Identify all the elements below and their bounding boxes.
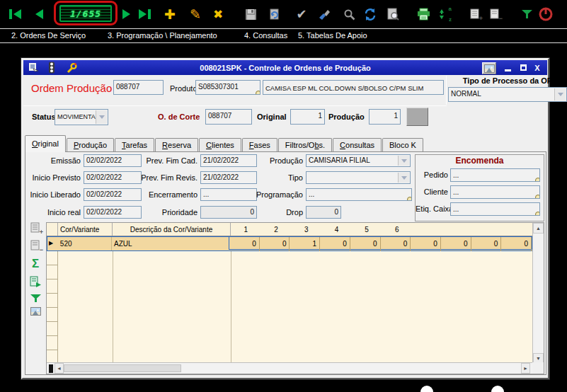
size-2-header[interactable]: 2: [261, 223, 292, 236]
tab-tarefas[interactable]: Tarefas: [115, 138, 154, 152]
grid-image-icon[interactable]: [28, 304, 43, 319]
size-4-header[interactable]: 4: [321, 223, 352, 236]
wrench-icon[interactable]: [64, 62, 79, 74]
chevron-down-icon[interactable]: [554, 88, 566, 100]
search-icon[interactable]: [340, 6, 357, 23]
produto-descricao-field[interactable]: CAMISA ESP ML COL.DOWN S/BOLSO C/PM SLIM: [263, 80, 444, 95]
last-record-icon[interactable]: [136, 6, 153, 23]
original-field[interactable]: 1: [290, 109, 325, 125]
hscroll-thumb[interactable]: [64, 364, 181, 372]
producao-dropdown[interactable]: CAMISARIA FILIAL: [306, 154, 411, 167]
lookup-magnifier-icon[interactable]: [256, 91, 260, 95]
ordem-producao-field[interactable]: 088707: [113, 80, 164, 95]
maximize-icon[interactable]: [516, 62, 530, 74]
tab-filtros-obs[interactable]: Filtros/Obs.: [278, 138, 332, 152]
tab-producao[interactable]: Produção: [67, 138, 114, 152]
menu-consultas[interactable]: 4. Consultas: [244, 31, 287, 40]
grid-horizontal-scrollbar[interactable]: ◄ ►: [47, 362, 533, 374]
chevron-down-icon[interactable]: [398, 156, 409, 166]
scroll-up-icon[interactable]: ▲: [533, 223, 544, 234]
tab-reserva[interactable]: Reserva: [155, 138, 198, 152]
window-titlebar[interactable]: 008021SPK - Controle de Ordens de Produç…: [23, 60, 547, 75]
cor-variante-header[interactable]: Cor/Variante: [58, 223, 113, 236]
descricao-header[interactable]: Descrição da Cor/Variante: [113, 223, 231, 236]
refresh-icon[interactable]: [362, 6, 379, 23]
produto-field[interactable]: S085307301: [195, 80, 260, 95]
edit-record-icon[interactable]: ✎: [187, 6, 204, 23]
qty-cell[interactable]: 0: [350, 237, 381, 252]
menu-ordens-servico[interactable]: 2. Ordens De Serviço: [11, 31, 86, 40]
renew-icon[interactable]: [266, 6, 283, 23]
grid-remove-line-icon[interactable]: −: [28, 238, 43, 253]
ordem-corte-field[interactable]: 088707: [205, 109, 252, 125]
qty-cell[interactable]: 0: [320, 237, 350, 252]
chevron-down-icon[interactable]: [398, 173, 409, 183]
size-6-header[interactable]: 6: [382, 223, 412, 236]
tab-fases[interactable]: Fases: [242, 138, 277, 152]
minimize-icon[interactable]: [500, 62, 515, 74]
qty-cell[interactable]: 0: [411, 237, 441, 252]
qty-cell[interactable]: 1: [290, 237, 320, 252]
status-gray-button[interactable]: [406, 108, 428, 126]
pedido-field[interactable]: ...: [450, 168, 540, 182]
qty-cell[interactable]: 0: [260, 237, 290, 252]
lookup-magnifier-icon[interactable]: [407, 197, 412, 201]
delete-record-icon[interactable]: ✖: [210, 6, 227, 23]
add-record-icon[interactable]: ✚: [161, 6, 178, 23]
sort-icon[interactable]: a z: [435, 6, 452, 23]
drop-field[interactable]: 0: [306, 206, 341, 219]
copy-document-icon[interactable]: [28, 274, 43, 289]
exit-icon[interactable]: [537, 6, 554, 23]
size-1-header[interactable]: 1: [231, 223, 261, 236]
menu-tabelas-apoio[interactable]: 5. Tabelas De Apoio: [298, 31, 367, 40]
scroll-right-icon[interactable]: ►: [521, 363, 530, 374]
lookup-magnifier-icon[interactable]: [535, 178, 540, 182]
grid-selected-row[interactable]: ▶ 520 AZUL 0 0 1 0 0 0 0 0 0: [47, 236, 533, 251]
traffic-light-icon[interactable]: [45, 62, 59, 74]
form-icon[interactable]: [26, 62, 40, 74]
close-icon[interactable]: X: [530, 62, 544, 74]
size-3-header[interactable]: 3: [291, 223, 321, 236]
tab-clientes[interactable]: Clientes: [199, 138, 241, 152]
cliente-field[interactable]: ...: [450, 185, 540, 199]
qty-cell[interactable]: 0: [229, 237, 260, 252]
tipo-processo-dropdown[interactable]: NORMAL: [448, 87, 567, 102]
programacao-field[interactable]: ...: [306, 188, 412, 201]
print-icon[interactable]: [415, 6, 432, 23]
lookup-magnifier-icon[interactable]: [535, 212, 540, 216]
tipo-dropdown[interactable]: [306, 171, 411, 184]
sum-icon[interactable]: Σ: [28, 256, 43, 272]
size-5-header[interactable]: 5: [352, 223, 382, 236]
qty-cell[interactable]: 0: [441, 237, 471, 252]
remove-line-icon[interactable]: −: [486, 6, 503, 23]
filter-icon[interactable]: [518, 6, 535, 23]
producao-count-field[interactable]: 1: [369, 109, 401, 125]
add-line-icon[interactable]: +: [466, 6, 483, 23]
next-record-icon[interactable]: [118, 6, 135, 23]
encomenda-title: Encomenda: [416, 156, 544, 166]
row-desc-cell[interactable]: AZUL: [112, 237, 229, 250]
tab-consultas[interactable]: Consultas: [333, 138, 382, 152]
qty-cell[interactable]: 0: [501, 237, 532, 252]
tab-bloco-k[interactable]: Bloco K: [382, 138, 423, 152]
grid-vertical-scrollbar[interactable]: ▲ ▼: [532, 223, 544, 364]
chevron-down-icon[interactable]: [96, 110, 107, 124]
etiq-caixa-field[interactable]: ...: [450, 202, 540, 216]
confirm-icon[interactable]: ✔: [293, 6, 310, 23]
grid-add-line-icon[interactable]: +: [28, 220, 43, 236]
clear-brush-icon[interactable]: [316, 6, 333, 23]
row-cor-cell[interactable]: 520: [58, 237, 112, 250]
menu-programacao[interactable]: 3. Programação \ Planejamento: [108, 31, 217, 40]
first-record-icon[interactable]: [7, 6, 24, 23]
qty-cell[interactable]: 0: [381, 237, 411, 252]
save-icon[interactable]: [242, 6, 259, 23]
header-separator: [23, 105, 447, 106]
scroll-left-icon[interactable]: ◄: [55, 363, 64, 374]
prev-record-icon[interactable]: [30, 6, 47, 23]
tab-original[interactable]: Original: [25, 135, 66, 152]
qty-cell[interactable]: 0: [471, 237, 502, 252]
status-dropdown[interactable]: MOVIMENTADO: [55, 109, 108, 125]
preview-icon[interactable]: [384, 6, 401, 23]
image-icon[interactable]: [482, 62, 496, 74]
lookup-magnifier-icon[interactable]: [535, 195, 540, 199]
